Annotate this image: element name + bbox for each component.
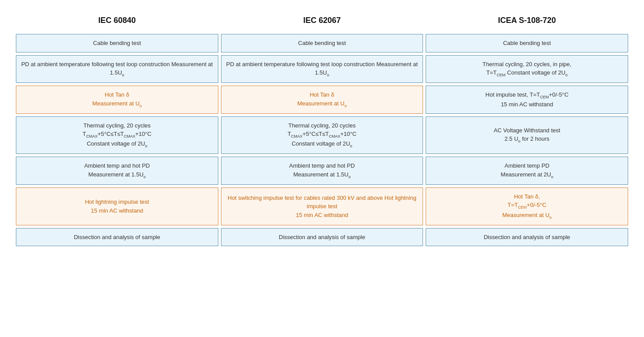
cell-col0-row0: Cable bending test [16, 34, 218, 52]
column-header-0: IEC 60840 [16, 11, 218, 31]
cell-col0-row3: Thermal cycling, 20 cyclesTCMAX+5°C≤T≤TC… [16, 116, 218, 154]
cell-col2-row2: Hot impulse test, T=TCEM+0/-5°C15 min AC… [426, 86, 628, 114]
cell-col0-row1: PD at ambient temperature following test… [16, 55, 218, 83]
cell-col1-row3: Thermal cycling, 20 cyclesTCMAX+5°C≤T≤TC… [221, 116, 423, 154]
cell-col1-row2: Hot Tan δMeasurement at Uo [221, 86, 423, 114]
comparison-table: IEC 60840IEC 62067ICEA S-108-720 Cable b… [13, 9, 631, 249]
cell-col2-row4: Ambient temp PDMeasurement at 2Uo [426, 157, 628, 185]
cell-col0-row6: Dissection and analysis of sample [16, 228, 218, 247]
cell-col2-row1: Thermal cycling, 20 cycles, in pipe,T=TC… [426, 55, 628, 83]
cell-col1-row6: Dissection and analysis of sample [221, 228, 423, 247]
cell-col1-row0: Cable bending test [221, 34, 423, 52]
table-row-0: Cable bending testCable bending testCabl… [16, 34, 628, 52]
table-row-6: Dissection and analysis of sampleDissect… [16, 228, 628, 247]
cell-col1-row4: Ambient temp and hot PDMeasurement at 1.… [221, 157, 423, 185]
cell-col1-row1: PD at ambient temperature following test… [221, 55, 423, 83]
cell-col0-row2: Hot Tan δMeasurement at Uo [16, 86, 218, 114]
cell-col2-row6: Dissection and analysis of sample [426, 228, 628, 247]
cell-col2-row5: Hot Tan δ,T=TCEM+0/-5°CMeasurement at Uo [426, 187, 628, 225]
table-row-3: Thermal cycling, 20 cyclesTCMAX+5°C≤T≤TC… [16, 116, 628, 154]
cell-col0-row5: Hot lightning impulse test15 min AC with… [16, 187, 218, 225]
column-header-1: IEC 62067 [221, 11, 423, 31]
column-header-2: ICEA S-108-720 [426, 11, 628, 31]
cell-col2-row3: AC Voltage Withstand test2.5 Uo for 2 ho… [426, 116, 628, 154]
table-row-2: Hot Tan δMeasurement at UoHot Tan δMeasu… [16, 86, 628, 114]
table-row-1: PD at ambient temperature following test… [16, 55, 628, 83]
cell-col0-row4: Ambient temp and hot PDMeasurement at 1.… [16, 157, 218, 185]
cell-col1-row5: Hot switching impulse test for cables ra… [221, 187, 423, 225]
table-row-4: Ambient temp and hot PDMeasurement at 1.… [16, 157, 628, 185]
table-row-5: Hot lightning impulse test15 min AC with… [16, 187, 628, 225]
cell-col2-row0: Cable bending test [426, 34, 628, 52]
